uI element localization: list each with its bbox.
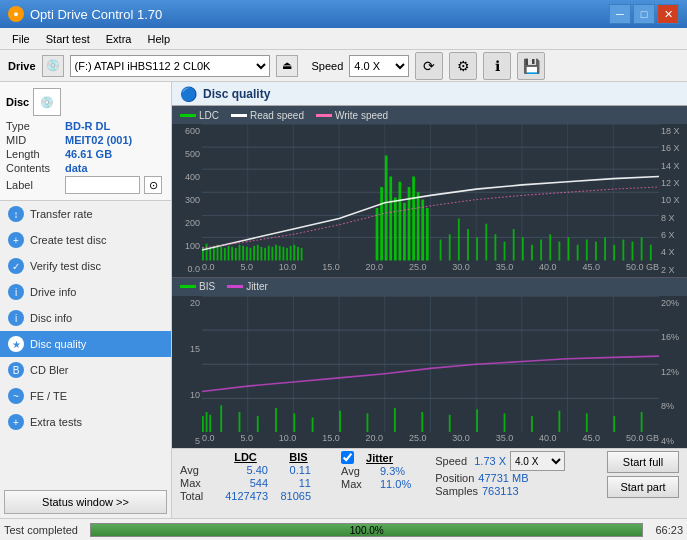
sidebar: Disc 💿 Type BD-R DL MID MEIT02 (001) Len… — [0, 82, 172, 518]
speed-label: Speed — [312, 60, 344, 72]
jitter-checkbox[interactable] — [341, 451, 354, 464]
svg-rect-75 — [622, 240, 624, 261]
info-icon[interactable]: ℹ — [483, 52, 511, 80]
drive-label: Drive — [8, 60, 36, 72]
maximize-button[interactable]: □ — [633, 4, 655, 24]
write-speed-legend: Write speed — [316, 110, 388, 121]
svg-rect-41 — [297, 247, 299, 261]
disc-icon[interactable]: 💿 — [33, 88, 61, 116]
verify-test-icon: ✓ — [8, 258, 24, 274]
write-speed-label: Write speed — [335, 110, 388, 121]
type-key: Type — [6, 120, 61, 132]
svg-rect-73 — [604, 237, 606, 260]
contents-key: Contents — [6, 162, 61, 174]
max-ldc: 544 — [223, 477, 268, 489]
stats-bar: LDC BIS Avg 5.40 0.11 Max 544 11 Total 4… — [172, 448, 687, 518]
minimize-button[interactable]: ─ — [609, 4, 631, 24]
svg-rect-110 — [586, 413, 588, 432]
svg-rect-24 — [235, 248, 237, 261]
svg-rect-56 — [449, 234, 451, 260]
label-input[interactable] — [65, 176, 140, 194]
transfer-rate-icon: ↕ — [8, 206, 24, 222]
svg-rect-34 — [271, 247, 273, 261]
menu-start-test[interactable]: Start test — [38, 31, 98, 47]
svg-rect-49 — [403, 203, 406, 261]
cd-bler-icon: B — [8, 362, 24, 378]
svg-rect-48 — [399, 182, 402, 261]
label-icon[interactable]: ⊙ — [144, 176, 162, 194]
avg-label: Avg — [180, 464, 215, 476]
svg-rect-45 — [385, 156, 388, 261]
bis-color — [180, 285, 196, 288]
svg-rect-26 — [242, 246, 244, 261]
svg-rect-76 — [632, 242, 634, 261]
svg-rect-39 — [290, 246, 292, 261]
fe-te-label: FE / TE — [30, 390, 67, 402]
charts-wrapper: LDC Read speed Write speed — [172, 106, 687, 448]
close-button[interactable]: ✕ — [657, 4, 679, 24]
svg-rect-78 — [650, 245, 652, 261]
sidebar-item-drive-info[interactable]: i Drive info — [0, 279, 171, 305]
label-key: Label — [6, 179, 61, 191]
sidebar-item-transfer-rate[interactable]: ↕ Transfer rate — [0, 201, 171, 227]
top-x-axis: 0.05.010.015.020.025.030.035.040.045.050… — [202, 261, 659, 277]
svg-rect-53 — [421, 200, 424, 261]
top-chart: LDC Read speed Write speed — [172, 106, 687, 278]
disc-header: Disc — [6, 96, 29, 108]
type-val: BD-R DL — [65, 120, 110, 132]
speed-select-stats[interactable]: 4.0 X — [510, 451, 565, 471]
sidebar-item-cd-bler[interactable]: B CD Bler — [0, 357, 171, 383]
menu-file[interactable]: File — [4, 31, 38, 47]
drive-select[interactable]: (F:) ATAPI iHBS112 2 CL0K — [70, 55, 270, 77]
total-ldc: 4127473 — [223, 490, 268, 502]
svg-rect-47 — [394, 198, 397, 261]
mid-key: MID — [6, 134, 61, 146]
start-full-button[interactable]: Start full — [607, 451, 679, 473]
sidebar-item-verify-test-disc[interactable]: ✓ Verify test disc — [0, 253, 171, 279]
svg-rect-36 — [279, 246, 281, 261]
svg-rect-72 — [595, 242, 597, 261]
svg-rect-33 — [268, 246, 270, 261]
svg-rect-57 — [458, 219, 460, 261]
svg-rect-77 — [641, 237, 643, 260]
disc-info-label: Disc info — [30, 312, 72, 324]
sidebar-item-fe-te[interactable]: ~ FE / TE — [0, 383, 171, 409]
save-icon[interactable]: 💾 — [517, 52, 545, 80]
speed-select[interactable]: 4.0 X — [349, 55, 409, 77]
refresh-icon[interactable]: ⟳ — [415, 52, 443, 80]
extra-tests-icon: + — [8, 414, 24, 430]
svg-rect-32 — [264, 248, 266, 261]
menu-extra[interactable]: Extra — [98, 31, 140, 47]
sidebar-item-extra-tests[interactable]: + Extra tests — [0, 409, 171, 435]
jitter-label: Jitter — [246, 281, 268, 292]
jitter-col-header: Jitter — [357, 452, 402, 464]
sidebar-item-disc-info[interactable]: i Disc info — [0, 305, 171, 331]
read-speed-label: Read speed — [250, 110, 304, 121]
svg-rect-58 — [467, 229, 469, 261]
settings-icon[interactable]: ⚙ — [449, 52, 477, 80]
svg-rect-65 — [531, 245, 533, 261]
speed-pos-stats: Speed 1.73 X 4.0 X Position 47731 MB Sam… — [435, 451, 565, 497]
sidebar-item-disc-quality[interactable]: ★ Disc quality — [0, 331, 171, 357]
drive-icon[interactable]: 💿 — [42, 55, 64, 77]
svg-rect-94 — [209, 414, 211, 432]
eject-icon[interactable]: ⏏ — [276, 55, 298, 77]
start-part-button[interactable]: Start part — [607, 476, 679, 498]
status-bar: Test completed 100.0% 66:23 — [0, 518, 687, 540]
sidebar-item-create-test-disc[interactable]: + Create test disc — [0, 227, 171, 253]
main-area: Disc 💿 Type BD-R DL MID MEIT02 (001) Len… — [0, 82, 687, 518]
svg-rect-63 — [513, 229, 515, 261]
ldc-legend: LDC — [180, 110, 219, 121]
drive-info-icon: i — [8, 284, 24, 300]
speed-label: Speed — [435, 455, 470, 467]
svg-rect-64 — [522, 237, 524, 260]
status-window-button[interactable]: Status window >> — [4, 490, 167, 514]
svg-rect-30 — [257, 245, 259, 261]
svg-rect-100 — [312, 417, 314, 432]
svg-rect-112 — [641, 412, 643, 432]
action-buttons: Start full Start part — [607, 451, 679, 498]
svg-rect-55 — [440, 240, 442, 261]
bottom-chart-svg — [202, 296, 659, 433]
svg-rect-25 — [239, 245, 241, 261]
menu-help[interactable]: Help — [139, 31, 178, 47]
